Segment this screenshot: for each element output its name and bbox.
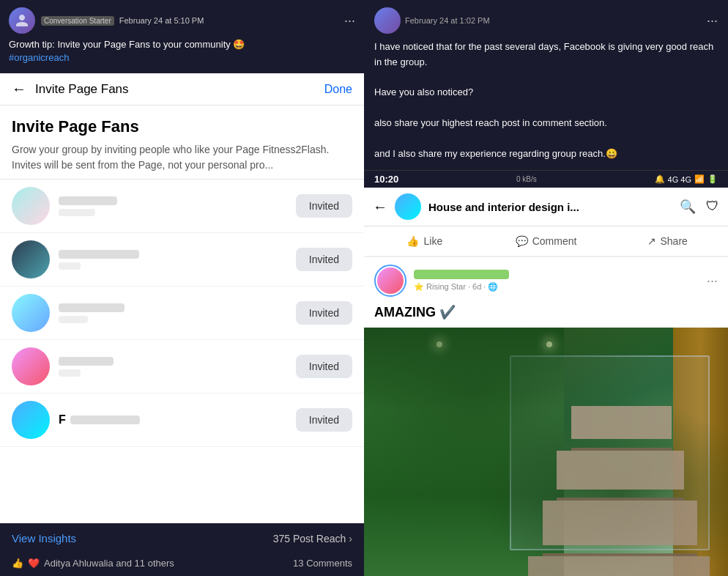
battery-icon: 🔋: [707, 174, 718, 184]
invite-description: Grow your group by inviting people who l…: [12, 142, 352, 173]
bottom-bar: View Insights 375 Post Reach ›: [0, 523, 364, 553]
action-bar: 👍 Like 💬 Comment ↗ Share: [364, 226, 728, 257]
status-time: 10:20: [374, 174, 398, 185]
fan-list: Invited Invited Invited Invited: [0, 180, 364, 523]
list-item: F Invited: [0, 394, 364, 447]
back-button[interactable]: ←: [12, 81, 26, 97]
comments-count: 13 Comments: [293, 558, 352, 569]
reactions-text: Aditya Ahluwalia and 11 others: [44, 558, 174, 569]
post-options-icon[interactable]: ···: [707, 273, 718, 289]
share-button[interactable]: ↗ Share: [606, 229, 728, 253]
fan-avatar: [12, 401, 50, 439]
post-card: ⭐ Rising Star · 6d · 🌐 ··· AMAZING ✔️: [364, 257, 728, 576]
post-card-header: ⭐ Rising Star · 6d · 🌐 ···: [364, 257, 728, 301]
fan-info: F: [59, 413, 296, 427]
post-reach[interactable]: 375 Post Reach ›: [273, 533, 352, 544]
post-options-icon[interactable]: ···: [344, 13, 355, 29]
invite-page-fans-title: Invite Page Fans: [12, 117, 352, 136]
fan-sub: [59, 262, 81, 270]
group-back-button[interactable]: ←: [373, 199, 387, 215]
user-avatar-ring: [374, 265, 406, 297]
hashtag[interactable]: #organicreach: [9, 52, 69, 63]
conversation-starter-badge: Conversation Starter: [41, 16, 114, 26]
user-sub: ⭐ Rising Star · 6d · 🌐: [414, 282, 509, 292]
invite-content: Invite Page Fans Grow your group by invi…: [0, 106, 364, 180]
fan-info: [59, 357, 296, 377]
nav-icons: 🔍 🛡: [680, 199, 719, 215]
reactions-bar: 👍 ❤️ Aditya Ahluwalia and 11 others 13 C…: [0, 553, 364, 576]
list-item: Invited: [0, 340, 364, 394]
user-avatar: [377, 267, 404, 294]
comment-button[interactable]: 💬 Comment: [486, 229, 607, 253]
fan-avatar: [12, 240, 50, 278]
right-post-meta: February 24 at 1:02 PM: [405, 16, 490, 25]
invited-button-2[interactable]: Invited: [296, 248, 352, 271]
done-button[interactable]: Done: [324, 83, 352, 96]
top-post: Conversation Starter February 24 at 5:10…: [0, 0, 364, 73]
top-post-header: Conversation Starter February 24 at 5:10…: [9, 7, 355, 34]
post-card-user: ⭐ Rising Star · 6d · 🌐: [374, 265, 509, 297]
chevron-right-icon: ›: [349, 533, 352, 544]
post-amazing-text: AMAZING ✔️: [364, 301, 728, 328]
left-panel: Conversation Starter February 24 at 5:10…: [0, 0, 364, 576]
fan-sub: [59, 316, 88, 323]
invite-header-bar: ← Invite Page Fans Done: [0, 73, 364, 106]
data-speed: 0 kB/s: [516, 175, 537, 183]
invite-header-title: Invite Page Fans: [35, 82, 324, 97]
fan-name: [59, 196, 117, 205]
right-avatar: [374, 7, 401, 34]
signal-icon: 📶: [694, 174, 705, 184]
staircase: [528, 328, 710, 576]
group-nav: ← House and interior design i... 🔍 🛡: [364, 188, 728, 226]
right-top-post: February 24 at 1:02 PM ··· I have notice…: [364, 0, 728, 171]
share-icon: ↗: [647, 235, 656, 247]
list-item: Invited: [0, 180, 364, 233]
status-bar: 10:20 0 kB/s 🔔 4G 4G 📶 🔋: [364, 171, 728, 188]
invited-button-1[interactable]: Invited: [296, 194, 352, 218]
fan-sub: [59, 209, 95, 216]
thumbs-up-icon: 👍: [406, 235, 419, 247]
list-item: Invited: [0, 287, 364, 340]
group-name: House and interior design i...: [428, 201, 672, 213]
right-post-options-icon[interactable]: ···: [707, 13, 718, 29]
post-date: February 24 at 5:10 PM: [119, 16, 204, 25]
network-icon: 4G 4G: [668, 175, 691, 184]
fan-info: [59, 303, 296, 323]
right-post-header: February 24 at 1:02 PM ···: [374, 7, 718, 34]
right-post-text: I have noticed that for the past several…: [374, 40, 718, 161]
post-meta: Conversation Starter February 24 at 5:10…: [41, 16, 204, 25]
volume-icon: 🔔: [655, 174, 665, 184]
invited-button-4[interactable]: Invited: [296, 355, 352, 378]
comment-icon: 💬: [516, 235, 528, 247]
right-panel: February 24 at 1:02 PM ··· I have notice…: [364, 0, 728, 576]
fan-avatar: [12, 187, 50, 225]
post-text: Growth tip: Invite your Page Fans to you…: [9, 38, 355, 64]
fan-name: [59, 357, 114, 366]
like-icon: 👍: [12, 558, 23, 569]
fan-info: [59, 250, 296, 270]
top-post-header-left: Conversation Starter February 24 at 5:10…: [9, 7, 204, 34]
search-icon[interactable]: 🔍: [680, 199, 696, 215]
fan-sub: [59, 369, 81, 377]
right-post-header-left: February 24 at 1:02 PM: [374, 7, 490, 34]
fan-name: [70, 416, 140, 424]
user-info: ⭐ Rising Star · 6d · 🌐: [414, 270, 509, 292]
user-name: [414, 270, 509, 279]
list-item: Invited: [0, 233, 364, 287]
view-insights-link[interactable]: View Insights: [12, 532, 76, 544]
fan-avatar: [12, 347, 50, 385]
post-image: [364, 328, 728, 576]
heart-icon: ❤️: [28, 558, 40, 569]
avatar: [9, 7, 35, 34]
like-button[interactable]: 👍 Like: [364, 229, 486, 253]
shield-icon[interactable]: 🛡: [706, 199, 719, 215]
invited-button-3[interactable]: Invited: [296, 301, 352, 325]
fan-avatar: [12, 294, 50, 332]
fan-name: [59, 250, 139, 259]
fan-name: [59, 303, 125, 312]
reactions-left: 👍 ❤️ Aditya Ahluwalia and 11 others: [12, 558, 174, 569]
status-right: 🔔 4G 4G 📶 🔋: [655, 174, 718, 184]
fan-info: [59, 196, 296, 216]
group-icon: [395, 193, 421, 220]
invited-button-5[interactable]: Invited: [296, 408, 352, 432]
